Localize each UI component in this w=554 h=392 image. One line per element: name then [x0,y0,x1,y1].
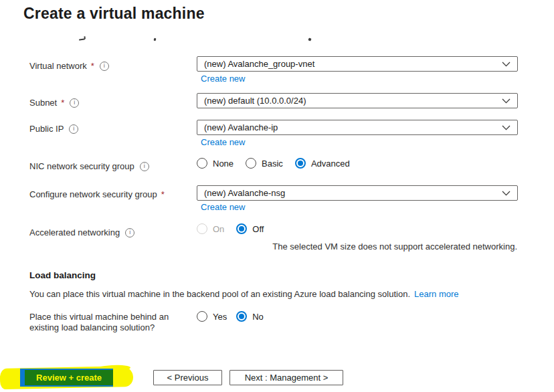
dropdown-value: (new) Avalanche-nsg [204,188,285,198]
chevron-down-icon [502,191,511,196]
create-vm-networking-page: Create a virtual machine Virtual network… [0,0,554,392]
radio-label: On [213,224,224,234]
green-highlighter-overlay: Review + create [25,370,113,385]
review-create-button[interactable]: Review + create [20,369,113,387]
label-text: Accelerated networking [29,227,120,237]
radio-circle [197,158,207,169]
accelerated-networking-note: The selected VM size does not support ac… [272,241,517,252]
clipped-text-remnant [308,37,311,41]
radio-option-on-disabled: On [197,223,224,234]
label-text: Configure network security group [29,189,157,199]
public-ip-label: Public IP i [29,124,78,134]
create-new-public-ip-link[interactable]: Create new [201,137,245,147]
load-balancing-radio-group: Yes No [197,311,276,322]
subnet-dropdown[interactable]: (new) default (10.0.0.0/24) [197,93,518,108]
load-balancing-question: Place this virtual machine behind an exi… [29,312,198,333]
public-ip-dropdown[interactable]: (new) Avalanche-ip [197,120,518,135]
radio-label: No [252,312,264,322]
radio-option-none[interactable]: None [197,158,234,169]
dropdown-value: (new) Avalanche-ip [204,122,278,132]
next-management-button[interactable]: Next : Management > [229,370,343,385]
radio-label: Basic [262,159,283,169]
info-icon[interactable]: i [100,62,109,71]
radio-circle-selected [236,223,247,234]
accelerated-networking-label: Accelerated networking i [29,227,134,237]
virtual-network-label: Virtual network * i [29,61,109,71]
radio-circle-selected [295,158,306,169]
chevron-down-icon [502,62,511,67]
nic-nsg-radio-group: None Basic Advanced [197,158,362,169]
virtual-network-dropdown[interactable]: (new) Avalanche_group-vnet [197,56,518,72]
dropdown-value: (new) default (10.0.0.0/24) [204,96,306,106]
radio-label: Advanced [311,159,350,169]
label-text: Virtual network [29,61,87,71]
configure-nsg-label: Configure network security group * [29,189,165,199]
radio-label: Yes [213,312,227,322]
chevron-down-icon [502,98,511,104]
chevron-down-icon [502,125,511,130]
create-new-vnet-link[interactable]: Create new [201,74,245,84]
radio-circle [197,311,207,322]
radio-circle-disabled [197,223,207,234]
info-icon[interactable]: i [70,98,79,108]
radio-label: None [213,159,234,169]
review-create-label: Review + create [36,373,102,383]
accelerated-networking-radio-group: On Off [197,223,276,234]
label-text: NIC network security group [29,161,134,171]
radio-option-advanced[interactable]: Advanced [295,158,350,169]
label-text: Subnet [29,98,57,108]
load-balancing-description: You can place this virtual machine in th… [29,289,459,299]
learn-more-link[interactable]: Learn more [414,289,458,299]
required-marker: * [61,98,64,108]
previous-button[interactable]: < Previous [153,370,222,385]
dropdown-value: (new) Avalanche_group-vnet [204,59,314,69]
required-marker: * [161,189,165,199]
label-text: Public IP [29,124,64,134]
info-icon[interactable]: i [69,124,78,134]
clipped-text-remnant [153,38,156,41]
info-icon[interactable]: i [140,162,149,171]
nic-nsg-label: NIC network security group i [29,161,149,171]
page-title: Create a virtual machine [23,5,205,23]
radio-circle-selected [236,311,247,322]
create-new-nsg-link[interactable]: Create new [201,202,245,212]
description-text: You can place this virtual machine in th… [29,289,410,299]
radio-option-no[interactable]: No [236,311,264,322]
radio-option-off[interactable]: Off [236,223,264,234]
required-marker: * [91,61,94,71]
info-icon[interactable]: i [125,228,134,237]
load-balancing-heading: Load balancing [29,270,96,280]
radio-label: Off [252,224,264,234]
radio-circle [246,158,256,169]
radio-option-basic[interactable]: Basic [246,158,283,169]
subnet-label: Subnet * i [29,98,79,108]
radio-option-yes[interactable]: Yes [197,311,227,322]
clipped-text-remnant [79,38,85,40]
configure-nsg-dropdown[interactable]: (new) Avalanche-nsg [197,185,518,201]
